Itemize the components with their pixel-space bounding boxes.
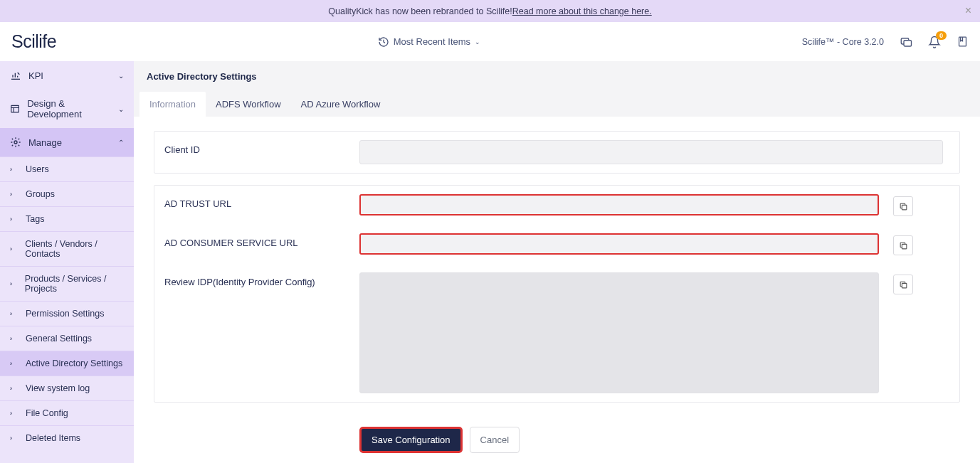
layout-icon xyxy=(10,103,20,115)
tab-information[interactable]: Information xyxy=(139,92,206,117)
sidebar-sub-file-config[interactable]: ›File Config xyxy=(0,400,134,425)
gear-icon xyxy=(10,137,21,148)
svg-rect-5 xyxy=(902,205,907,210)
chevron-right-icon: › xyxy=(10,360,16,367)
chevron-right-icon: › xyxy=(10,215,16,223)
sidebar-sub-users[interactable]: ›Users xyxy=(0,156,134,181)
version-label: Scilife™ - Core 3.2.0 xyxy=(802,37,884,47)
sidebar-item-design[interactable]: Design & Development ⌄ xyxy=(0,90,134,128)
sidebar-item-label: Design & Development xyxy=(27,98,111,119)
svg-point-4 xyxy=(14,141,17,144)
chart-icon xyxy=(10,70,21,81)
page-title: Active Directory Settings xyxy=(134,61,980,92)
chevron-right-icon: › xyxy=(10,435,16,442)
chevron-right-icon: › xyxy=(10,310,16,317)
sidebar-sub-deleted[interactable]: ›Deleted Items xyxy=(0,425,134,450)
recent-items-dropdown[interactable]: Most Recent Items ⌄ xyxy=(56,36,801,48)
chevron-right-icon: › xyxy=(10,166,16,173)
copy-idp-button[interactable] xyxy=(893,275,913,294)
save-configuration-button[interactable]: Save Configuration xyxy=(359,427,463,453)
copy-trust-button[interactable] xyxy=(893,196,913,216)
sidebar-sub-groups[interactable]: ›Groups xyxy=(0,181,134,206)
sidebar-sub-permission[interactable]: ›Permission Settings xyxy=(0,301,134,326)
chevron-right-icon: › xyxy=(10,410,16,417)
client-id-input[interactable] xyxy=(359,140,943,164)
messages-icon[interactable] xyxy=(900,36,912,48)
svg-rect-1 xyxy=(904,40,912,46)
ad-consumer-input[interactable] xyxy=(359,233,879,255)
banner-text: QualityKick has now been rebranded to Sc… xyxy=(328,6,512,16)
logo[interactable]: Scilife xyxy=(11,31,56,52)
bookmark-icon[interactable] xyxy=(957,36,969,48)
recent-items-label: Most Recent Items xyxy=(394,36,470,47)
ad-consumer-label: AD CONSUMER SERVICE URL xyxy=(164,233,359,248)
chevron-right-icon: › xyxy=(10,280,15,287)
sidebar-sub-tags[interactable]: ›Tags xyxy=(0,206,134,231)
copy-consumer-button[interactable] xyxy=(893,235,913,255)
rebrand-banner: QualityKick has now been rebranded to Sc… xyxy=(0,0,980,22)
main-content: Active Directory Settings Information AD… xyxy=(134,61,980,463)
tab-ad-azure-workflow[interactable]: AD Azure Workflow xyxy=(291,92,391,117)
sidebar-sub-products[interactable]: ›Products / Services / Projects xyxy=(0,266,134,301)
sidebar-sub-clients[interactable]: ›Clients / Vendors / Contacts xyxy=(0,231,134,266)
chevron-down-icon: ⌄ xyxy=(118,105,124,113)
sidebar-item-kpi[interactable]: KPI ⌄ xyxy=(0,61,134,90)
tab-adfs-workflow[interactable]: ADFS Workflow xyxy=(206,92,291,117)
banner-close-icon[interactable]: × xyxy=(965,4,971,17)
svg-rect-7 xyxy=(902,283,907,288)
sidebar: KPI ⌄ Design & Development ⌄ Manage ⌃ ›U… xyxy=(0,61,134,463)
cancel-button[interactable]: Cancel xyxy=(470,427,520,453)
sidebar-item-manage[interactable]: Manage ⌃ xyxy=(0,128,134,156)
review-idp-textarea[interactable] xyxy=(359,272,879,393)
sidebar-sub-general[interactable]: ›General Settings xyxy=(0,326,134,351)
client-id-label: Client ID xyxy=(164,140,359,155)
sidebar-sub-system-log[interactable]: ›View system log xyxy=(0,376,134,400)
sidebar-item-label: KPI xyxy=(28,70,43,81)
svg-rect-3 xyxy=(11,105,19,112)
notification-badge: 0 xyxy=(936,31,947,40)
notifications-icon[interactable]: 0 xyxy=(928,36,941,48)
sidebar-sub-active-directory[interactable]: ›Active Directory Settings xyxy=(0,351,134,376)
banner-link[interactable]: Read more about this change here. xyxy=(512,6,652,16)
sidebar-item-label: Manage xyxy=(28,137,62,148)
chevron-down-icon: ⌄ xyxy=(475,38,480,46)
ad-trust-input[interactable] xyxy=(359,194,879,215)
topbar: Scilife Most Recent Items ⌄ Scilife™ - C… xyxy=(0,22,980,61)
svg-rect-6 xyxy=(902,244,907,249)
history-icon xyxy=(378,36,389,48)
chevron-right-icon: › xyxy=(10,385,16,392)
chevron-right-icon: › xyxy=(10,245,15,252)
ad-trust-label: AD TRUST URL xyxy=(164,194,359,209)
chevron-right-icon: › xyxy=(10,191,16,198)
chevron-right-icon: › xyxy=(10,335,16,342)
chevron-down-icon: ⌄ xyxy=(118,72,124,80)
review-idp-label: Review IDP(Identity Provider Config) xyxy=(164,272,359,287)
chevron-up-icon: ⌃ xyxy=(118,139,124,147)
tabs: Information ADFS Workflow AD Azure Workf… xyxy=(134,92,980,117)
